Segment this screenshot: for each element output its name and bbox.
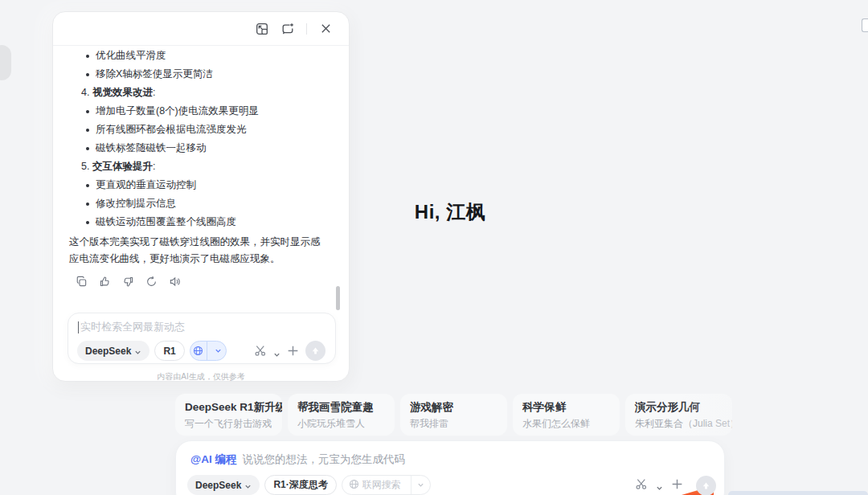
list-item: 增加电子数量(8个)使电流效果更明显 bbox=[53, 102, 349, 121]
bottom-panel-edge bbox=[728, 491, 868, 495]
model-selector-label: DeepSeek bbox=[195, 480, 241, 491]
numbered-heading: 5. 交互体验提升: bbox=[53, 158, 349, 176]
model-badge-label: R1 bbox=[163, 346, 175, 357]
list-item-text: 更直观的垂直运动控制 bbox=[96, 179, 196, 190]
model-selector-label: DeepSeek bbox=[85, 346, 131, 357]
card-title: 帮我画雪院童趣 bbox=[297, 400, 385, 415]
numbered-heading: 4. 视觉效果改进: bbox=[53, 84, 349, 102]
section-title: 视觉效果改进 bbox=[92, 87, 153, 98]
copy-icon[interactable] bbox=[76, 276, 88, 288]
panel-composer-tools bbox=[254, 341, 326, 361]
model-selector-pill[interactable]: DeepSeek bbox=[77, 341, 149, 361]
card-title: 科学保鲜 bbox=[522, 400, 610, 415]
list-number: 4. bbox=[81, 87, 89, 98]
card-subtitle: 帮我排雷 bbox=[410, 416, 497, 431]
panel-input-placeholder: 实时检索全网最新动态 bbox=[80, 320, 185, 334]
globe-icon bbox=[349, 479, 359, 492]
model-selector-pill[interactable]: DeepSeek bbox=[187, 475, 260, 495]
send-button[interactable] bbox=[305, 341, 326, 361]
card-subtitle: 小院玩乐堆雪人 bbox=[297, 416, 385, 431]
card-subtitle: 朱利亚集合（Julia Set） bbox=[635, 416, 723, 431]
panel-header bbox=[53, 12, 349, 46]
suggestion-card[interactable]: 演示分形几何 朱利亚集合（Julia Set） bbox=[625, 394, 732, 436]
message-summary: 这个版本完美实现了磁铁穿过线圈的效果，并实时显示感应电流变化曲线，更好地演示了电… bbox=[53, 231, 349, 268]
chevron-down-icon[interactable] bbox=[211, 342, 226, 360]
model-badge-pill[interactable]: R1 bbox=[154, 341, 184, 361]
card-subtitle: 写一个飞行射击游戏 bbox=[185, 416, 272, 431]
list-item-text: 增加电子数量(8个)使电流效果更明显 bbox=[96, 105, 259, 117]
regenerate-icon[interactable] bbox=[145, 276, 158, 288]
new-chat-icon[interactable] bbox=[280, 22, 294, 35]
close-icon[interactable] bbox=[319, 22, 333, 35]
suggestion-card[interactable]: 帮我画雪院童趣 小院玩乐堆雪人 bbox=[288, 394, 395, 436]
panel-scrollbar[interactable] bbox=[336, 286, 340, 310]
list-item-text: 优化曲线平滑度 bbox=[96, 50, 166, 61]
assistant-message: 优化曲线平滑度 移除X轴标签使显示更简洁 4. 视觉效果改进: 增加电子数量(8… bbox=[53, 47, 349, 312]
list-item-text: 移除X轴标签使显示更简洁 bbox=[96, 68, 213, 80]
deep-think-label: R1·深度思考 bbox=[273, 478, 327, 492]
read-aloud-icon[interactable] bbox=[169, 276, 182, 288]
web-search-segment[interactable]: 联网搜索 bbox=[342, 476, 407, 494]
suggestion-cards: DeepSeek R1新升级 写一个飞行射击游戏 帮我画雪院童趣 小院玩乐堆雪人… bbox=[175, 394, 732, 436]
chevron-down-icon bbox=[244, 481, 252, 489]
scissors-icon[interactable] bbox=[635, 477, 649, 491]
list-item: 更直观的垂直运动控制 bbox=[53, 176, 349, 194]
suggestion-card[interactable]: DeepSeek R1新升级 写一个飞行射击游戏 bbox=[175, 394, 282, 436]
scissors-icon[interactable] bbox=[254, 344, 268, 358]
message-actions bbox=[53, 268, 349, 288]
panel-composer-input[interactable]: 实时检索全网最新动态 bbox=[78, 320, 185, 334]
thumbs-down-icon[interactable] bbox=[122, 276, 135, 288]
main-composer-input[interactable]: @AI 编程 说说您的想法，元宝为您生成代码 bbox=[190, 452, 405, 467]
edge-handle[interactable] bbox=[0, 45, 11, 80]
list-item: 优化曲线平滑度 bbox=[53, 47, 349, 65]
panel-composer-pills: DeepSeek R1 bbox=[77, 341, 227, 361]
thumbs-up-icon[interactable] bbox=[99, 276, 112, 288]
main-input-placeholder: 说说您的想法，元宝为您生成代码 bbox=[242, 452, 405, 467]
list-item: 移除X轴标签使显示更简洁 bbox=[53, 65, 349, 84]
list-item-text: 磁铁标签随磁铁一起移动 bbox=[96, 142, 207, 153]
panel-composer[interactable]: 实时检索全网最新动态 DeepSeek R1 bbox=[68, 313, 336, 364]
suggestion-card[interactable]: 游戏解密 帮我排雷 bbox=[400, 394, 507, 436]
section-title: 交互体验提升 bbox=[92, 161, 153, 172]
ai-disclaimer: 内容由AI生成，仅供参考 bbox=[53, 371, 349, 382]
chevron-down-icon bbox=[134, 347, 141, 354]
globe-icon[interactable] bbox=[190, 342, 207, 360]
partial-window-icon[interactable] bbox=[862, 18, 868, 32]
suggestion-card[interactable]: 科学保鲜 水果们怎么保鲜 bbox=[513, 394, 620, 436]
chevron-down-icon[interactable] bbox=[273, 347, 280, 354]
list-item-text: 修改控制提示信息 bbox=[96, 198, 176, 209]
header-separator bbox=[306, 23, 307, 35]
plus-icon[interactable] bbox=[286, 344, 300, 358]
web-search-pill[interactable]: 联网搜索 bbox=[342, 475, 431, 495]
card-subtitle: 水果们怎么保鲜 bbox=[522, 416, 610, 431]
list-number: 5. bbox=[81, 161, 89, 172]
floating-chat-panel: 优化曲线平滑度 移除X轴标签使显示更简洁 4. 视觉效果改进: 增加电子数量(8… bbox=[52, 11, 350, 382]
list-item: 磁铁标签随磁铁一起移动 bbox=[53, 139, 349, 158]
ai-coding-mention[interactable]: @AI 编程 bbox=[190, 452, 236, 467]
plus-icon[interactable] bbox=[670, 477, 684, 491]
main-composer[interactable]: @AI 编程 说说您的想法，元宝为您生成代码 DeepSeek R1·深度思考 … bbox=[175, 440, 725, 495]
list-item: 所有线圈环都会根据电流强度发光 bbox=[53, 121, 349, 139]
text-caret bbox=[78, 321, 79, 333]
card-title: DeepSeek R1新升级 bbox=[185, 400, 272, 415]
list-item-text: 所有线圈环都会根据电流强度发光 bbox=[96, 124, 247, 135]
picture-in-picture-icon[interactable] bbox=[255, 22, 268, 35]
send-button[interactable] bbox=[696, 476, 716, 495]
greeting: Hi, 江枫 bbox=[175, 199, 725, 225]
chevron-down-icon[interactable] bbox=[411, 476, 430, 494]
deep-think-pill[interactable]: R1·深度思考 bbox=[264, 475, 336, 495]
main-composer-pills: DeepSeek R1·深度思考 联网搜索 bbox=[187, 475, 431, 495]
chevron-down-icon[interactable] bbox=[656, 481, 663, 488]
card-title: 演示分形几何 bbox=[635, 400, 723, 415]
web-search-label: 联网搜索 bbox=[362, 478, 401, 492]
card-title: 游戏解密 bbox=[410, 400, 497, 415]
web-search-toggle-pill[interactable] bbox=[190, 341, 227, 361]
